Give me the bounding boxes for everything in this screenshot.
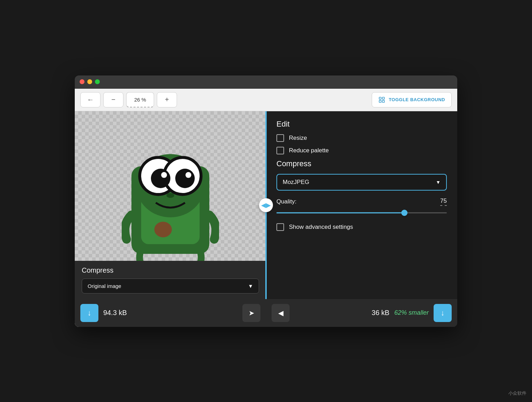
svg-point-9 — [151, 169, 170, 188]
watermark: 小众软件 — [508, 390, 526, 396]
savings-badge: 62% smaller — [394, 309, 429, 316]
advanced-settings-checkbox[interactable] — [276, 223, 284, 231]
svg-rect-0 — [379, 97, 381, 99]
svg-point-12 — [185, 172, 191, 178]
resize-label: Resize — [289, 135, 307, 142]
toggle-background-button[interactable]: TOGGLE BACKGROUND — [372, 92, 452, 107]
advanced-settings-row: Show advanced settings — [276, 223, 447, 231]
toggle-bg-label: TOGGLE BACKGROUND — [389, 97, 445, 102]
quality-value: 75 — [440, 198, 447, 206]
slider-track — [276, 212, 447, 213]
download-icon-left: ↓ — [88, 308, 91, 317]
download-icon-right: ↓ — [441, 308, 445, 317]
compress-section-title: Compress — [276, 159, 447, 168]
send-icon: ➤ — [249, 309, 255, 317]
svg-rect-1 — [382, 97, 385, 99]
send-button[interactable]: ➤ — [242, 304, 260, 322]
svg-point-14 — [154, 222, 172, 237]
minimize-button[interactable] — [87, 79, 92, 84]
codec-value: MozJPEG — [283, 179, 309, 186]
maximize-button[interactable] — [95, 79, 100, 84]
dropdown-value: Original image — [88, 283, 121, 289]
zoom-in-button[interactable]: + — [157, 92, 177, 107]
svg-rect-2 — [379, 100, 381, 102]
svg-point-10 — [175, 169, 195, 188]
left-bottom-bar: ↓ 94.3 kB ➤ — [75, 299, 266, 327]
advanced-settings-label: Show advanced settings — [289, 224, 353, 231]
frog-svg-left — [122, 137, 219, 273]
resize-checkbox[interactable] — [276, 134, 284, 142]
back-icon: ← — [87, 96, 94, 104]
receive-icon: ◀ — [278, 309, 283, 317]
receive-button[interactable]: ◀ — [272, 304, 290, 322]
left-download-button[interactable]: ↓ — [80, 304, 98, 322]
close-button[interactable] — [80, 79, 84, 84]
divider-handle[interactable]: ◀▶ — [259, 198, 273, 212]
zoom-level: 26 % — [126, 92, 154, 107]
minus-icon: − — [111, 96, 115, 104]
quality-label: Quality: — [276, 198, 297, 205]
left-compress-section: Compress Original image ▼ — [75, 261, 266, 299]
resize-row: Resize — [276, 134, 447, 142]
image-divider: ◀▶ — [265, 111, 267, 299]
svg-point-11 — [161, 172, 167, 178]
zoom-out-button[interactable]: − — [103, 92, 123, 107]
dropdown-chevron-icon: ▼ — [248, 283, 253, 289]
compressed-file-size: 36 kB — [372, 309, 389, 317]
right-bottom-bar: ◀ 36 kB 62% smaller ↓ — [266, 299, 457, 327]
main-area: Compress Original image ▼ ◀▶ Edit Resize — [75, 111, 457, 327]
codec-chevron-icon: ▼ — [436, 179, 441, 185]
plus-icon: + — [165, 96, 169, 104]
toolbar: ← − 26 % + TOGGLE BACKGROUND — [75, 89, 457, 111]
compressed-panel: Edit Resize Reduce palette Compress MozJ… — [266, 111, 457, 327]
titlebar — [75, 75, 457, 89]
settings-overlay: Edit Resize Reduce palette Compress MozJ… — [266, 111, 457, 299]
resize-icon: ◀▶ — [261, 201, 271, 209]
reduce-palette-row: Reduce palette — [276, 147, 447, 154]
back-button[interactable]: ← — [80, 92, 100, 107]
codec-dropdown[interactable]: MozJPEG ▼ — [276, 174, 447, 191]
original-file-size: 94.3 kB — [103, 309, 127, 317]
slider-fill — [276, 212, 404, 213]
right-download-button[interactable]: ↓ — [434, 304, 452, 322]
app-window: ← − 26 % + TOGGLE BACKGROUND — [75, 75, 457, 327]
original-panel: Compress Original image ▼ — [75, 111, 266, 327]
original-image-dropdown[interactable]: Original image ▼ — [82, 279, 259, 294]
quality-slider-container — [276, 209, 447, 216]
quality-slider-thumb[interactable] — [401, 210, 408, 216]
reduce-palette-label: Reduce palette — [289, 147, 329, 154]
toggle-bg-icon — [378, 96, 385, 103]
svg-point-13 — [167, 193, 174, 198]
reduce-palette-checkbox[interactable] — [276, 147, 284, 154]
edit-section-title: Edit — [276, 120, 447, 129]
quality-row: Quality: 75 — [276, 198, 447, 206]
svg-rect-3 — [382, 100, 385, 102]
left-compress-title: Compress — [82, 266, 259, 274]
